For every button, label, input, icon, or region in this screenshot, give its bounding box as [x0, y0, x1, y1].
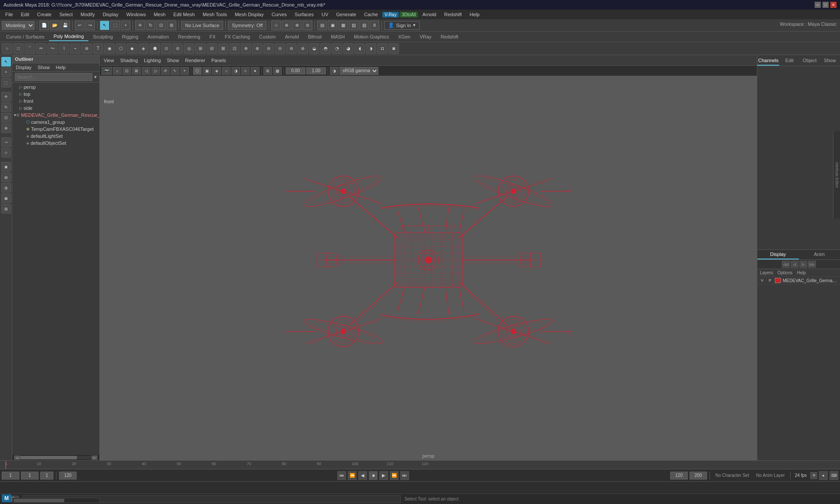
select-btn[interactable]: ↖ [100, 21, 109, 30]
display3-btn[interactable]: ▥ [1, 183, 11, 192]
snap2-btn[interactable]: ⊕ [282, 21, 291, 30]
vp-aa-btn[interactable]: ⊹ [241, 67, 250, 75]
outliner-scrollbar[interactable]: ◁ ▷ [12, 455, 99, 460]
go-start-btn[interactable]: ⏮ [337, 471, 346, 480]
vp-menu-lighting[interactable]: Lighting [142, 57, 163, 64]
shelf-mesh11[interactable]: ⊠ [218, 43, 228, 54]
tab-sculpting[interactable]: Sculpting [89, 33, 117, 41]
display4-btn[interactable]: ▦ [1, 193, 11, 203]
shelf-mesh8[interactable]: ◎ [184, 43, 194, 54]
lasso-select-btn[interactable]: ⬚ [1, 78, 11, 88]
shelf-mesh21[interactable]: ◔ [332, 43, 342, 54]
range-max-input[interactable] [690, 472, 707, 480]
render4-btn[interactable]: ▧ [349, 21, 358, 30]
menu-surfaces[interactable]: Surfaces [291, 11, 317, 18]
new-btn[interactable]: 📄 [39, 21, 49, 30]
paint-select-btn[interactable]: ⚬ [1, 67, 11, 77]
layer-item[interactable]: V P MEDEVAC_Grille_German_Resc [757, 277, 840, 284]
layers-menu[interactable]: Layers [758, 270, 775, 276]
auto-key-btn[interactable]: ⌨ [830, 471, 838, 480]
go-end-btn[interactable]: ⏭ [400, 471, 409, 480]
layer-btn-1[interactable]: ◁◁ [782, 261, 790, 268]
minimize-button[interactable]: ─ [815, 2, 821, 8]
search-dropdown-arrow[interactable]: ▾ [94, 74, 97, 80]
shelf-mesh10[interactable]: ⊟ [206, 43, 217, 54]
channels-tab[interactable]: Channels [757, 56, 779, 66]
menu-curves[interactable]: Curves [268, 11, 290, 18]
menu-file[interactable]: File [2, 11, 17, 18]
shelf-curve3[interactable]: ⌁ [70, 43, 80, 54]
vp-menu-renderer[interactable]: Renderer [183, 57, 207, 64]
step-back-btn[interactable]: ⏪ [348, 471, 357, 480]
menu-mesh-display[interactable]: Mesh Display [231, 11, 267, 18]
options-menu[interactable]: Options [776, 270, 794, 276]
soft-select-btn[interactable]: ⊸ [1, 137, 11, 147]
outliner-search-input[interactable] [15, 73, 92, 81]
vp-prev-btn[interactable]: ◁ [142, 67, 150, 75]
shelf-mesh20[interactable]: ◓ [320, 43, 331, 54]
outliner-item-front[interactable]: ▷ front [12, 98, 99, 105]
tab-bifrost[interactable]: Bifrost [304, 33, 326, 41]
record-btn[interactable]: ● [819, 471, 828, 480]
vp-frame-btn[interactable]: ⊡ [122, 67, 131, 75]
scale-btn[interactable]: ⊡ [156, 21, 166, 30]
vp-ao-btn[interactable]: ● [251, 67, 259, 75]
move-tool-btn[interactable]: ✛ [1, 92, 11, 102]
shelf-pen[interactable]: ✏ [36, 43, 46, 54]
select-tool-btn[interactable]: ↖ [1, 57, 11, 66]
lasso-btn[interactable]: ⬚ [110, 21, 120, 30]
vp-menu-view[interactable]: View [102, 57, 116, 64]
layer-p-toggle[interactable]: P [767, 278, 773, 283]
pause-btn[interactable]: ⏸ [370, 21, 379, 30]
menu-help[interactable]: Help [466, 11, 483, 18]
menu-redshift[interactable]: Redshift [441, 11, 465, 18]
vp-menu-panels[interactable]: Panels [209, 57, 228, 64]
shelf-mesh17[interactable]: ⊚ [286, 43, 297, 54]
frame-slider[interactable] [40, 472, 53, 480]
menu-edit-mesh[interactable]: Edit Mesh [170, 11, 198, 18]
menu-modify[interactable]: Modify [77, 11, 98, 18]
symmetry-btn[interactable]: Symmetry: Off [228, 21, 266, 30]
shelf-mesh2[interactable]: ⬡ [116, 43, 126, 54]
menu-create[interactable]: Create [34, 11, 55, 18]
shelf-circle[interactable]: ○ [2, 43, 12, 54]
viewport[interactable]: View Shading Lighting Show Renderer Pane… [100, 55, 757, 460]
outliner-item-objectset[interactable]: ◈ defaultObjectSet [12, 140, 99, 147]
shelf-helix[interactable]: ⊛ [81, 43, 92, 54]
menu-windows[interactable]: Windows [123, 11, 150, 18]
vp-wireframe-btn[interactable]: ⬡ [193, 67, 202, 75]
layer-btn-3[interactable]: ▷ [799, 261, 807, 268]
universal-tool-btn[interactable]: ⊕ [1, 123, 11, 133]
scale-tool-btn[interactable]: ⊡ [1, 113, 11, 122]
menu-mesh-tools[interactable]: Mesh Tools [199, 11, 230, 18]
shelf-mesh7[interactable]: ⊘ [172, 43, 183, 54]
fps-settings-btn[interactable]: ⚙ [810, 472, 817, 479]
vp-menu-shading[interactable]: Shading [118, 57, 140, 64]
start-frame-input[interactable] [2, 472, 19, 480]
menu-edit[interactable]: Edit [18, 11, 33, 18]
shelf-mesh3[interactable]: ◆ [127, 43, 137, 54]
end-frame-input[interactable] [59, 472, 77, 480]
redo-btn[interactable]: ↪ [85, 21, 95, 30]
show-manip-btn[interactable]: ⊹ [1, 148, 11, 158]
shelf-curve1[interactable]: 〜 [47, 43, 58, 54]
play-back-btn[interactable]: ◀ [358, 471, 367, 480]
tab-mash[interactable]: MASH [326, 33, 349, 41]
outliner-item-top[interactable]: ▷ top [12, 91, 99, 98]
shelf-mesh14[interactable]: ⊗ [252, 43, 262, 54]
shelf-mesh25[interactable]: ◘ [377, 43, 388, 54]
layer-btn-2[interactable]: ◁ [791, 261, 798, 268]
vp-next-btn[interactable]: ▷ [151, 67, 160, 75]
shelf-mesh16[interactable]: ⊝ [275, 43, 285, 54]
layer-color-swatch[interactable] [775, 278, 781, 283]
tab-curves-surfaces[interactable]: Curves / Surfaces [2, 33, 49, 41]
outliner-item-camera-group[interactable]: ⬡ camera1_group [12, 119, 99, 126]
render1-btn[interactable]: ▤ [317, 21, 327, 30]
multitransform-btn[interactable]: ⊞ [167, 21, 176, 30]
vp-hud-btn[interactable]: ▦ [273, 67, 282, 75]
gamma-input[interactable] [306, 67, 326, 74]
help-menu[interactable]: Help [795, 270, 808, 276]
menu-cache[interactable]: Cache [360, 11, 382, 18]
display5-btn[interactable]: ▧ [1, 204, 11, 214]
scroll-left-btn[interactable]: ◁ [14, 455, 20, 460]
